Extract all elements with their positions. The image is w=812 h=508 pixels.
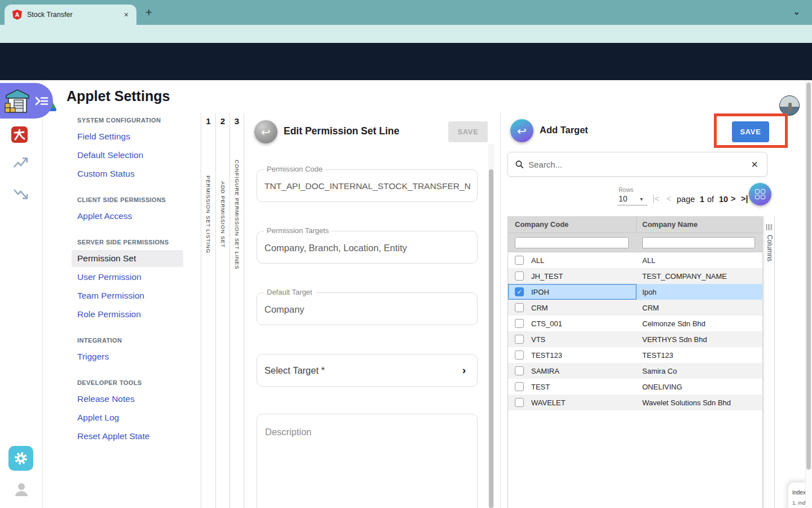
row-checkbox[interactable] <box>515 271 524 281</box>
edit-panel-scrollbar-thumb[interactable] <box>489 169 493 508</box>
row-checkbox[interactable] <box>515 398 524 407</box>
company-code-cell: JH_TEST <box>531 272 563 281</box>
row-checkbox[interactable] <box>515 256 524 265</box>
nav-item-role-permission[interactable]: Role Permission <box>77 306 193 323</box>
table-row[interactable]: ✓IPOHIpoh <box>508 284 762 300</box>
grip-icon <box>764 224 774 230</box>
browser-tab-strip: A Stock Transfer × + ⌄ <box>0 0 812 25</box>
settings-gear-button[interactable] <box>8 446 33 471</box>
permission-code-field[interactable]: Permission Code TNT_API_DOC_INTERNAL_STO… <box>257 169 478 202</box>
target-search-box[interactable]: × <box>508 152 767 177</box>
row-checkbox[interactable] <box>515 319 524 328</box>
angular-favicon-icon: A <box>12 10 22 20</box>
tab-search-chevron-icon[interactable]: ⌄ <box>793 6 800 17</box>
step-tab-1[interactable]: 1 PERMISSION SET LISTING <box>201 113 215 508</box>
field-label: Default Target <box>264 288 315 296</box>
current-page: 1 <box>700 195 704 204</box>
table-row[interactable]: TEST123TEST123 <box>508 347 762 363</box>
step-tab-2[interactable]: 2 ADD PERMISSION SET <box>215 113 230 508</box>
nav-section-title: INTEGRATION <box>77 337 193 344</box>
support-person-icon[interactable] <box>14 481 29 497</box>
table-row[interactable]: TESTONELIVING <box>508 379 762 395</box>
browser-tab[interactable]: A Stock Transfer × <box>5 5 136 25</box>
permission-targets-field[interactable]: Permission Targets Company, Branch, Loca… <box>257 231 478 264</box>
of-word: of <box>707 195 714 204</box>
nav-item-user-permission[interactable]: User Permission <box>77 269 193 286</box>
row-checkbox[interactable] <box>515 351 524 360</box>
new-tab-button[interactable]: + <box>142 6 156 19</box>
trend-down-icon[interactable] <box>12 186 29 201</box>
expand-menu-icon[interactable] <box>34 95 49 107</box>
company-name-cell: ONELIVING <box>637 379 762 395</box>
company-code-cell: TEST123 <box>531 351 562 360</box>
default-target-field[interactable]: Default Target Company <box>257 292 478 325</box>
nav-item-triggers[interactable]: Triggers <box>77 348 193 365</box>
row-checkbox[interactable] <box>515 366 524 375</box>
clear-search-icon[interactable]: × <box>751 158 758 171</box>
tab-title: Stock Transfer <box>27 11 122 19</box>
browser-toolbar: ← → ⟳ akaun.cloud/#/applet/tnt/wavelet/e… <box>0 25 812 43</box>
table-row[interactable]: CRMCRM <box>508 300 762 316</box>
table-row[interactable]: VTSVERTHYS Sdn Bhd <box>508 331 762 347</box>
table-row[interactable]: ALLALL <box>508 252 762 268</box>
page-scrollbar-thumb[interactable] <box>806 82 811 470</box>
back-button[interactable]: ↩ <box>254 120 277 143</box>
row-checkbox[interactable] <box>515 382 524 391</box>
description-field[interactable]: Description <box>257 414 478 508</box>
nav-item-team-permission[interactable]: Team Permission <box>77 287 193 304</box>
rows-caret-icon[interactable]: ▾ <box>640 196 643 202</box>
page-title: Applet Settings <box>67 88 170 104</box>
search-input[interactable] <box>528 160 751 169</box>
trend-up-icon[interactable] <box>12 156 29 170</box>
nav-item-release-notes[interactable]: Release Notes <box>77 391 193 408</box>
table-row[interactable]: JH_TESTTEST_COMPANY_NAME <box>508 268 762 284</box>
row-checkbox[interactable] <box>515 303 524 312</box>
step-number: 3 <box>230 116 244 126</box>
nav-item-reset-applet-state[interactable]: Reset Applet State <box>77 428 193 445</box>
nav-item-applet-access[interactable]: Applet Access <box>77 208 193 225</box>
table-row[interactable]: SAMIRASamira Co <box>508 363 762 379</box>
warehouse-icon <box>3 86 32 116</box>
grid-icon <box>755 189 766 200</box>
target-back-button[interactable]: ↩ <box>510 119 533 142</box>
step-label: CONFIGURE PERMISSION SET LINES <box>234 130 240 299</box>
nav-item-default-selection[interactable]: Default Selection <box>77 147 193 164</box>
company-name-cell: Ipoh <box>637 284 762 300</box>
target-save-button[interactable]: SAVE <box>732 121 769 142</box>
rows-per-page-label: Rows <box>619 186 633 193</box>
row-checkbox[interactable]: ✓ <box>515 287 524 296</box>
next-page-button[interactable]: > <box>731 194 735 203</box>
last-page-button[interactable]: >| <box>741 194 748 203</box>
target-panel-title: Add Target <box>540 125 588 135</box>
company-code-cell: TEST <box>531 383 550 391</box>
nav-item-permission-set[interactable]: Permission Set <box>72 250 183 267</box>
rows-per-page-select[interactable]: 10 <box>619 194 628 203</box>
table-row[interactable]: WAVELETWavelet Solutions Sdn Bhd <box>508 395 762 410</box>
step-number: 2 <box>216 116 230 126</box>
nav-item-custom-status[interactable]: Custom Status <box>77 165 193 182</box>
edit-panel-title: Edit Permission Set Line <box>284 125 399 137</box>
prev-page-button[interactable]: < <box>667 194 671 203</box>
dai-app-icon[interactable] <box>11 126 28 143</box>
company-table: Company Code Company Name ALLALLJH_TESTT… <box>508 216 763 508</box>
company-code-filter-input[interactable] <box>515 237 629 248</box>
company-name-filter-input[interactable] <box>642 237 755 248</box>
nav-item-applet-log[interactable]: Applet Log <box>77 409 193 426</box>
user-avatar[interactable] <box>779 95 800 116</box>
row-checkbox[interactable] <box>515 335 524 344</box>
edit-save-button[interactable]: SAVE <box>448 121 488 142</box>
applet-switcher[interactable] <box>0 83 53 119</box>
company-name-cell: CRM <box>637 300 762 316</box>
select-target-row[interactable]: Select Target * › <box>257 354 478 387</box>
layout-grid-button[interactable] <box>749 183 771 205</box>
columns-side-tab[interactable]: Columns <box>764 216 775 508</box>
step-tab-3[interactable]: 3 CONFIGURE PERMISSION SET LINES <box>230 113 244 508</box>
tab-close-icon[interactable]: × <box>122 10 131 19</box>
table-row[interactable]: CTS_001Celmonze Sdn Bhd <box>508 316 762 331</box>
company-code-cell: WAVELET <box>531 398 566 407</box>
nav-item-field-settings[interactable]: Field Settings <box>77 128 193 145</box>
column-header-company-name[interactable]: Company Name <box>637 220 698 229</box>
first-page-button[interactable]: |< <box>652 194 659 203</box>
field-value: TNT_API_DOC_INTERNAL_STOCK_TRANSFER_N <box>264 181 471 191</box>
column-header-company-code[interactable]: Company Code <box>508 216 637 233</box>
